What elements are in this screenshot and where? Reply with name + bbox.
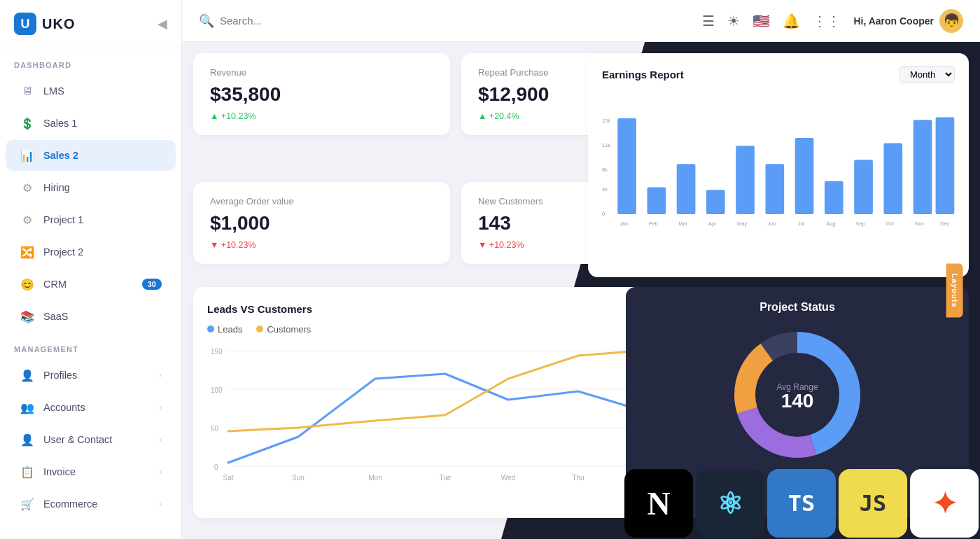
- leads-legend-item: Leads: [207, 324, 242, 335]
- earnings-header: Earnings Report Month Week Year: [602, 66, 955, 83]
- javascript-icon-box[interactable]: JS: [839, 469, 907, 538]
- sidebar-item-sales1[interactable]: 💲 Sales 1: [6, 108, 176, 139]
- sidebar-item-hiring[interactable]: ⚙ Hiring: [6, 172, 176, 203]
- svg-text:Dec: Dec: [940, 220, 949, 227]
- project1-icon: ⚙: [20, 212, 35, 227]
- svg-rect-10: [765, 164, 784, 214]
- svg-rect-12: [825, 181, 844, 214]
- svg-text:Feb: Feb: [649, 220, 658, 227]
- sidebar-item-ecommerce[interactable]: 🛒 Ecommerce ›: [6, 489, 176, 519]
- sidebar-item-label: SaaS: [43, 311, 68, 322]
- sidebar-item-user-contact[interactable]: 👤 User & Contact ›: [6, 424, 176, 455]
- chevron-right-icon: ›: [159, 370, 162, 380]
- chevron-right-icon: ›: [159, 402, 162, 412]
- svg-text:8k: 8k: [602, 167, 608, 173]
- theme-icon[interactable]: ☀: [727, 13, 740, 29]
- menu-icon[interactable]: ☰: [702, 13, 715, 29]
- svg-text:11k: 11k: [602, 142, 610, 148]
- sidebar-item-invoice[interactable]: 📋 Invoice ›: [6, 456, 176, 487]
- svg-text:Sun: Sun: [292, 474, 304, 482]
- tech-icons-row: N ⚛ TS JS ✦: [623, 468, 980, 539]
- svg-text:Jan: Jan: [620, 220, 628, 227]
- content-area: Revenue $35,800 ▲ +10.23% Repeat Purchas…: [182, 42, 980, 539]
- sidebar-collapse-button[interactable]: ◀: [158, 16, 167, 31]
- sidebar-item-label: User & Contact: [43, 434, 112, 445]
- dashboard-section-label: DASHBOARD: [0, 48, 181, 75]
- svg-text:15k: 15k: [602, 118, 610, 124]
- sidebar-item-label: Sales 2: [43, 150, 78, 161]
- svg-text:Sep: Sep: [856, 220, 865, 227]
- svg-text:Sat: Sat: [223, 474, 233, 482]
- main-content: 🔍 ☰ ☀ 🇺🇸 🔔 ⋮⋮ Hi, Aaron Cooper 👦 Revenue…: [182, 0, 980, 539]
- user-info[interactable]: Hi, Aaron Cooper 👦: [853, 9, 963, 33]
- svg-text:150: 150: [211, 348, 223, 356]
- sidebar-item-profiles[interactable]: 👤 Profiles ›: [6, 360, 176, 391]
- avg-order-label: Average Order value: [210, 196, 433, 206]
- avg-order-card: Average Order value $1,000 ▼ +10.23%: [193, 182, 450, 264]
- sidebar-logo: U UKO ◀: [0, 0, 181, 48]
- logo-mark: U UKO: [14, 13, 75, 35]
- sidebar-item-lms[interactable]: 🖥 LMS: [6, 76, 176, 106]
- grid-icon[interactable]: ⋮⋮: [813, 13, 841, 29]
- user-contact-icon: 👤: [20, 432, 35, 447]
- avg-order-value: $1,000: [210, 212, 433, 234]
- user-avatar: 👦: [939, 9, 963, 33]
- header: 🔍 ☰ ☀ 🇺🇸 🔔 ⋮⋮ Hi, Aaron Cooper 👦: [182, 0, 980, 42]
- customers-legend-item: Customers: [256, 324, 311, 335]
- hiring-icon: ⚙: [20, 180, 35, 195]
- sidebar-item-label: Sales 1: [43, 118, 77, 129]
- logo-text: UKO: [42, 16, 75, 32]
- sidebar-item-project2[interactable]: 🔀 Project 2: [6, 237, 176, 267]
- header-actions: ☰ ☀ 🇺🇸 🔔 ⋮⋮ Hi, Aaron Cooper 👦: [702, 9, 963, 33]
- sidebar-item-crm[interactable]: 😊 CRM 30: [6, 269, 176, 300]
- svg-text:0: 0: [214, 463, 218, 471]
- chevron-right-icon: ›: [159, 435, 162, 444]
- management-section-label: MANAGEMENT: [0, 332, 181, 359]
- sidebar-item-sales2[interactable]: 📊 Sales 2: [6, 140, 176, 171]
- react-icon-box[interactable]: ⚛: [696, 469, 764, 538]
- sales2-icon: 📊: [20, 148, 35, 163]
- svg-text:4k: 4k: [602, 186, 608, 192]
- svg-text:Jun: Jun: [767, 220, 776, 227]
- svg-text:Aug: Aug: [826, 220, 835, 227]
- typescript-icon-box[interactable]: TS: [767, 469, 836, 538]
- svg-text:100: 100: [211, 386, 223, 394]
- leads-title: Leads VS Customers: [207, 303, 312, 315]
- svg-text:Wed: Wed: [501, 474, 515, 482]
- layouts-tab[interactable]: Layouts: [946, 263, 962, 317]
- month-select[interactable]: Month Week Year: [899, 66, 955, 83]
- sidebar-item-accounts[interactable]: 👥 Accounts ›: [6, 392, 176, 423]
- svg-rect-11: [795, 138, 814, 214]
- search-input[interactable]: [220, 15, 360, 27]
- figma-icon-box[interactable]: ✦: [910, 469, 979, 538]
- sidebar-item-saas[interactable]: 📚 SaaS: [6, 301, 176, 332]
- chevron-right-icon: ›: [159, 499, 162, 509]
- svg-text:0: 0: [602, 211, 605, 217]
- svg-text:Nov: Nov: [915, 220, 924, 227]
- revenue-label: Revenue: [210, 67, 433, 78]
- svg-text:Tue: Tue: [440, 474, 451, 482]
- chevron-right-icon: ›: [159, 467, 162, 477]
- svg-rect-14: [883, 144, 902, 215]
- saas-icon: 📚: [20, 309, 35, 324]
- search-icon: 🔍: [199, 13, 214, 29]
- svg-text:Thu: Thu: [572, 474, 584, 482]
- svg-text:50: 50: [211, 425, 219, 433]
- svg-rect-5: [617, 118, 636, 214]
- nextjs-icon-box[interactable]: N: [624, 469, 693, 538]
- svg-rect-8: [706, 190, 725, 214]
- svg-text:Oct: Oct: [886, 220, 895, 227]
- sidebar-item-label: CRM: [43, 279, 66, 290]
- revenue-value: $35,800: [210, 83, 433, 106]
- svg-rect-13: [854, 160, 873, 214]
- lms-icon: 🖥: [20, 83, 35, 99]
- sales1-icon: 💲: [20, 115, 35, 131]
- flag-icon[interactable]: 🇺🇸: [752, 13, 770, 29]
- sidebar-item-label: Profiles: [43, 370, 77, 381]
- logo-icon: U: [14, 13, 36, 35]
- sidebar-item-label: LMS: [43, 85, 64, 97]
- ecommerce-icon: 🛒: [20, 496, 35, 512]
- project2-icon: 🔀: [20, 244, 35, 260]
- bell-icon[interactable]: 🔔: [783, 13, 800, 29]
- sidebar-item-project1[interactable]: ⚙ Project 1: [6, 204, 176, 235]
